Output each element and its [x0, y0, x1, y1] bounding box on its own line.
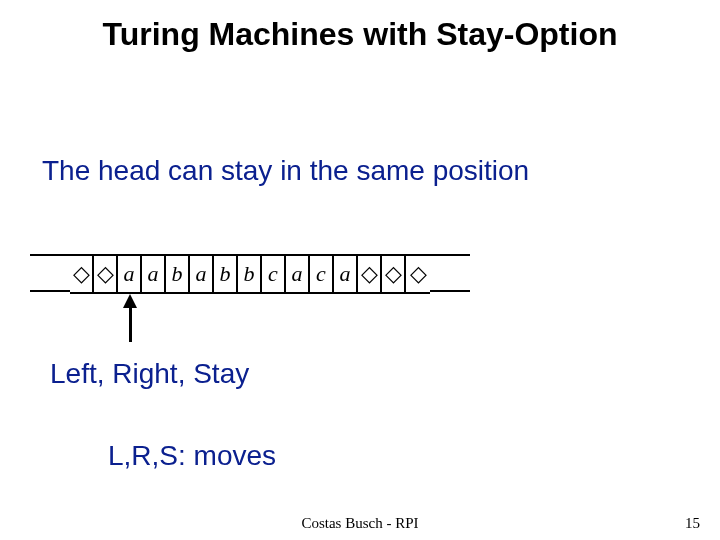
tape-cell: a — [142, 256, 166, 292]
directions-label: Left, Right, Stay — [50, 358, 249, 390]
tape-cell: ◇ — [406, 256, 430, 292]
tape-cell: c — [262, 256, 286, 292]
tape-border-ext — [30, 254, 70, 256]
tape-border-ext — [430, 254, 470, 256]
tape-cell: a — [118, 256, 142, 292]
tape-cell: b — [214, 256, 238, 292]
tape-cell: ◇ — [70, 256, 94, 292]
moves-label: L,R,S: moves — [108, 440, 276, 472]
tape: ◇◇aababbcaca◇◇◇ — [70, 254, 430, 294]
page-number: 15 — [685, 515, 700, 532]
tape-cell: ◇ — [382, 256, 406, 292]
tape-border-ext — [430, 290, 470, 292]
arrow-head-icon — [123, 294, 137, 308]
tape-cell: b — [166, 256, 190, 292]
tape-cell: a — [190, 256, 214, 292]
tape-cell: ◇ — [94, 256, 118, 292]
tape-cell: a — [334, 256, 358, 292]
footer-author: Costas Busch - RPI — [0, 515, 720, 532]
tape-cell: b — [238, 256, 262, 292]
slide-title: Turing Machines with Stay-Option — [0, 16, 720, 53]
slide: Turing Machines with Stay-Option The hea… — [0, 0, 720, 540]
slide-subtitle: The head can stay in the same position — [42, 155, 529, 187]
tape-border-ext — [30, 290, 70, 292]
tape-cell: ◇ — [358, 256, 382, 292]
head-arrow-icon — [120, 294, 140, 342]
arrow-stem-icon — [129, 308, 132, 342]
tape-cell: a — [286, 256, 310, 292]
tape-cell: c — [310, 256, 334, 292]
